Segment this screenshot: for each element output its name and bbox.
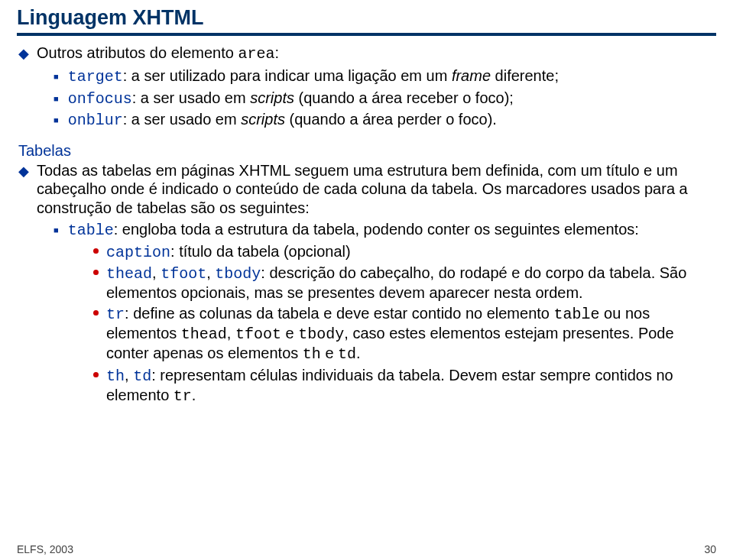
kw-thead: thead [106,265,152,283]
tr-p3: , [227,325,235,342]
item-th-td: th, td: representam células individuais … [93,366,716,406]
item-thead-tfoot-tbody: thead, tfoot, tbody: descrição do cabeça… [93,264,716,303]
onblur-tail: (quando a área perder o foco). [285,111,497,128]
sep1: , [152,264,161,281]
tables-para: Todas as tabelas em páginas XHTML seguem… [37,161,716,217]
tr-td: td [338,345,356,363]
item-table: ■ table: engloba toda a estrutura da tab… [54,220,716,240]
square-bullet-icon: ■ [54,72,59,82]
dot-bullet-icon [93,270,99,275]
caption-rest: : título da tabela (opcional) [170,243,351,260]
section-header: Tabelas [18,141,716,160]
caption-text: caption: título da tabela (opcional) [106,242,716,262]
intro-suffix: : [275,44,280,61]
square-bullet-icon: ■ [54,115,59,125]
attr-onfocus: ■ onfocus: a ser usado em scripts (quand… [54,89,716,108]
table-rest: : engloba toda a estrutura da tabela, po… [114,221,639,238]
tr-p7: . [356,345,361,361]
tr-p6: e [321,345,338,361]
onfocus-p1: : a ser usado em [132,89,251,106]
sep2: , [206,264,215,281]
item-tr: tr: define as colunas da tabela e deve e… [93,304,716,364]
diamond-bullet-icon: ◆ [18,163,29,180]
kw-target: target [68,68,123,86]
tr-tbody: tbody [298,325,344,343]
tr-p4: e [281,325,298,342]
square-bullet-icon: ■ [54,225,59,235]
dot-bullet-icon [93,248,99,254]
tables-para-item: ◆ Todas as tabelas em páginas XHTML segu… [18,161,716,217]
dot-bullet-icon [93,310,99,316]
tr-table: table [554,306,600,323]
kw-caption: caption [106,244,170,261]
table-elements-list: ■ table: engloba toda a estrutura da tab… [54,220,716,406]
kw-onblur: onblur [68,112,123,129]
attr-onfocus-text: onfocus: a ser usado em scripts (quando … [68,89,716,108]
kw-td: td [133,367,151,385]
attr-target-text: target: a ser utilizado para indicar uma… [68,66,716,86]
attr-onblur: ■ onblur: a ser usado em scripts (quando… [54,110,716,130]
tr-text: tr: define as colunas da tabela e deve e… [106,304,716,364]
onfocus-tail: (quando a área receber o foco); [294,89,514,106]
kw-th: th [106,367,125,385]
square-bullet-icon: ■ [54,94,59,104]
onblur-scripts: scripts [241,111,285,128]
content-area: ◆ Outros atributos do elemento area: ■ t… [17,44,716,406]
tr-th: th [303,345,321,363]
intro-elem: area [238,45,274,63]
tr-tfoot: tfoot [235,325,281,343]
thtd-c1: , [125,367,133,384]
ttt-text: thead, tfoot, tbody: descrição do cabeça… [106,264,716,303]
slide: Linguagem XHTML ◆ Outros atributos do el… [0,0,733,560]
kw-tbody: tbody [215,265,261,283]
footer: ELFS, 2003 30 [17,543,716,555]
thtd-tr: tr [174,387,192,405]
page-number: 30 [704,543,716,555]
page-title: Linguagem XHTML [17,6,716,30]
thtd-p2: . [192,387,196,403]
kw-tfoot: tfoot [161,265,206,283]
footer-left: ELFS, 2003 [17,543,73,555]
sub-elements-list: caption: título da tabela (opcional) the… [93,242,716,406]
item-table-text: table: engloba toda a estrutura da tabel… [68,220,716,240]
diamond-bullet-icon: ◆ [18,46,29,63]
item-caption: caption: título da tabela (opcional) [93,242,716,262]
target-frame: frame [452,67,491,84]
title-underline [17,33,716,36]
onblur-p1: : a ser usado em [123,111,242,128]
kw-onfocus: onfocus [68,90,132,108]
th-td-text: th, td: representam células individuais … [106,366,716,406]
attr-target: ■ target: a ser utilizado para indicar u… [54,66,716,86]
intro-item: ◆ Outros atributos do elemento area: [18,44,716,63]
dot-bullet-icon [93,372,99,377]
tr-p1: : define as colunas da tabela e deve est… [125,305,554,322]
attribute-list: ■ target: a ser utilizado para indicar u… [54,66,716,130]
target-tail: diferente; [491,67,559,84]
intro-text: Outros atributos do elemento area: [37,44,716,63]
tr-thead: thead [181,325,227,343]
onfocus-scripts: scripts [250,89,294,106]
kw-tr: tr [106,306,125,323]
target-p1: : a ser utilizado para indicar uma ligaç… [123,67,452,84]
attr-onblur-text: onblur: a ser usado em scripts (quando a… [68,110,716,130]
kw-table: table [68,222,114,239]
intro-prefix: Outros atributos do elemento [37,44,238,61]
